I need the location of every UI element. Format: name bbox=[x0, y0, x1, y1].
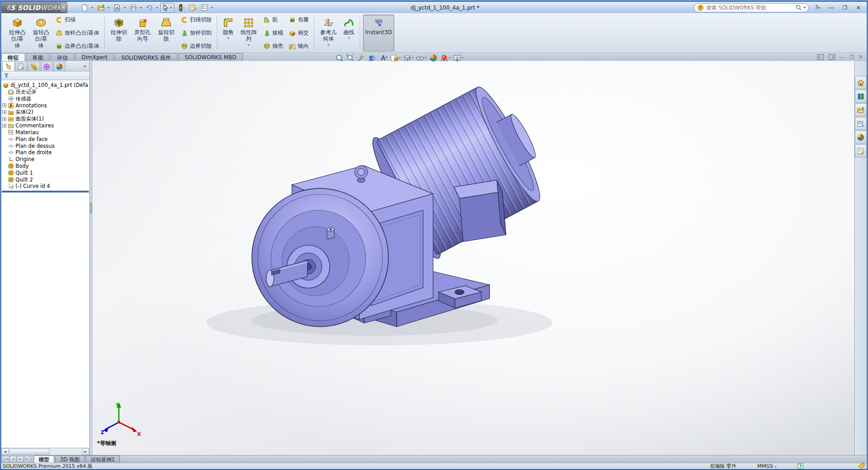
apply-scene-icon[interactable]: ▾ bbox=[439, 53, 451, 63]
boundary-cut-button[interactable]: 边界切除 bbox=[179, 42, 214, 51]
new-document-button[interactable] bbox=[79, 3, 90, 13]
custom-properties-icon[interactable] bbox=[855, 144, 867, 157]
fillet-dropdown-caret[interactable]: ▾ bbox=[227, 36, 229, 40]
propertymanager-tab[interactable] bbox=[15, 61, 27, 71]
section-view-icon[interactable] bbox=[368, 53, 377, 63]
doc-minimize-icon[interactable]: — bbox=[840, 54, 845, 60]
last-tab-button[interactable]: ►| bbox=[24, 456, 31, 462]
pattern-dropdown-caret[interactable]: ▾ bbox=[248, 43, 250, 47]
swept-boss-button[interactable]: 扫描 bbox=[53, 15, 102, 24]
home-icon[interactable] bbox=[855, 76, 867, 89]
tree-item-body[interactable]: Body bbox=[1, 163, 89, 170]
options-button[interactable] bbox=[199, 3, 210, 13]
doc-close-icon[interactable]: ✕ bbox=[858, 54, 863, 60]
expand-icon[interactable]: + bbox=[2, 124, 6, 128]
search-input[interactable] bbox=[705, 4, 793, 11]
scroll-thumb[interactable] bbox=[10, 449, 50, 455]
zoom-to-area-icon[interactable] bbox=[346, 53, 355, 63]
3d-views-tab[interactable]: 3D 视图 bbox=[55, 455, 85, 463]
extruded-cut-button[interactable]: 拉伸切除 bbox=[107, 15, 130, 51]
revolved-cut-button[interactable]: 旋转切除 bbox=[155, 15, 178, 51]
tab-evaluate[interactable]: 评估 bbox=[51, 53, 74, 61]
tree-item-quilt1[interactable]: Quilt 1 bbox=[1, 169, 89, 176]
tab-sketch[interactable]: 草图 bbox=[26, 53, 50, 61]
appearances-icon[interactable] bbox=[855, 131, 867, 144]
model-3d-view[interactable] bbox=[92, 61, 854, 455]
expand-icon[interactable]: + bbox=[2, 117, 6, 121]
restore-button[interactable]: ❐ bbox=[840, 4, 850, 12]
edit-appearance-icon[interactable] bbox=[429, 53, 438, 63]
help-button[interactable]: ?▾ bbox=[812, 3, 822, 12]
linear-pattern-button[interactable]: 线性阵列 ▾ bbox=[237, 15, 260, 51]
reference-geometry-button[interactable]: 参考几何体 ▾ bbox=[317, 15, 340, 51]
reorient-view-icon[interactable] bbox=[378, 53, 388, 63]
tree-item-surface-bodies[interactable]: +曲面实体(1) bbox=[1, 116, 89, 122]
close-button[interactable]: ✕ bbox=[853, 4, 863, 12]
tree-item-curve[interactable]: (-) Curve id 4 bbox=[1, 183, 89, 190]
tree-item-front-plane[interactable]: Plan de face bbox=[1, 136, 89, 142]
open-button[interactable] bbox=[96, 3, 107, 13]
logo-expand-arrow[interactable]: ▸ bbox=[61, 3, 66, 12]
view-orientation-icon[interactable]: ▾ bbox=[389, 53, 401, 63]
lofted-boss-button[interactable]: 放样凸台/基体 bbox=[53, 29, 102, 37]
displaymanager-tab[interactable] bbox=[53, 61, 66, 71]
split-right-icon[interactable] bbox=[828, 54, 835, 60]
tree-item-top-plane[interactable]: Plan de dessus bbox=[1, 142, 89, 149]
design-library-icon[interactable] bbox=[855, 90, 867, 103]
tree-item-history[interactable]: 历史记录 bbox=[1, 89, 89, 96]
split-left-icon[interactable] bbox=[817, 54, 824, 60]
revolved-boss-button[interactable]: 旋转凸台/基体 bbox=[30, 15, 52, 51]
hole-wizard-button[interactable]: 异型孔向导 bbox=[131, 15, 154, 51]
tree-filter-bar[interactable] bbox=[1, 71, 89, 80]
tab-dimxpert[interactable]: DimXpert bbox=[75, 53, 114, 61]
tree-item-annotations[interactable]: +Annotations bbox=[1, 102, 89, 109]
save-button[interactable] bbox=[112, 3, 123, 13]
mirror-button[interactable]: 镜向 bbox=[286, 42, 311, 51]
tab-addins[interactable]: SOLIDWORKS 插件 bbox=[115, 53, 177, 61]
quick-tips-icon[interactable]: ? bbox=[797, 463, 803, 469]
zoom-to-fit-icon[interactable] bbox=[335, 53, 344, 63]
tree-item-solid-bodies[interactable]: +实体(2) bbox=[1, 109, 89, 116]
configurationmanager-tab[interactable] bbox=[28, 61, 40, 71]
tree-item-origin[interactable]: Origine bbox=[1, 156, 89, 163]
dimxpertmanager-tab[interactable] bbox=[41, 61, 53, 71]
wrap-button[interactable]: 包覆 bbox=[286, 15, 311, 24]
next-tab-button[interactable]: ► bbox=[17, 456, 24, 462]
print-button[interactable] bbox=[128, 3, 139, 13]
doc-restore-icon[interactable]: ❐ bbox=[849, 54, 854, 60]
extruded-boss-button[interactable]: 拉伸凸台/基体 bbox=[6, 15, 29, 51]
featuremanager-tree-tab[interactable] bbox=[2, 61, 15, 71]
panel-tabs-overflow[interactable]: » bbox=[83, 63, 87, 69]
display-style-icon[interactable]: ▾ bbox=[403, 53, 414, 63]
tree-item-right-plane[interactable]: Plan de droite bbox=[1, 149, 89, 156]
expand-icon[interactable]: + bbox=[2, 103, 6, 107]
scroll-left-button[interactable]: ◄ bbox=[1, 448, 9, 455]
view-settings-icon[interactable]: ▾ bbox=[452, 53, 464, 63]
curves-dropdown-caret[interactable]: ▾ bbox=[348, 36, 350, 40]
file-properties-button[interactable] bbox=[187, 3, 198, 13]
tab-mbd[interactable]: SOLIDWORKS MBD bbox=[179, 53, 243, 61]
rib-button[interactable]: 筋 bbox=[261, 15, 286, 24]
tree-item-sensors[interactable]: 传感器 bbox=[1, 96, 89, 102]
model-tab[interactable]: 模型 bbox=[34, 455, 54, 463]
curves-button[interactable]: 曲线 ▾ bbox=[341, 15, 357, 51]
rollback-bar[interactable] bbox=[2, 191, 89, 192]
tree-item-material[interactable]: Materiau bbox=[1, 129, 89, 136]
units-selector[interactable]: MMGS▴ bbox=[757, 463, 776, 469]
tags-icon[interactable] bbox=[858, 463, 865, 469]
swept-cut-button[interactable]: 扫描切除 bbox=[179, 15, 214, 24]
undo-button[interactable] bbox=[144, 3, 155, 13]
panel-horizontal-scrollbar[interactable]: ◄ ► bbox=[1, 448, 89, 455]
minimize-button[interactable]: — bbox=[826, 4, 836, 12]
motion-study-tab[interactable]: 运动算例1 bbox=[86, 455, 120, 463]
shell-button[interactable]: 抽壳 bbox=[261, 42, 286, 51]
expand-icon[interactable]: + bbox=[2, 110, 6, 114]
draft-button[interactable]: 拔模 bbox=[261, 29, 286, 37]
tree-root-item[interactable]: dj_yctd_1_100_4a_1.prt (Défa bbox=[1, 82, 89, 89]
select-button[interactable]: ▾ bbox=[160, 3, 175, 13]
lofted-cut-button[interactable]: 放样切割 bbox=[179, 29, 214, 37]
refgeo-dropdown-caret[interactable]: ▾ bbox=[327, 43, 329, 47]
scroll-right-button[interactable]: ► bbox=[82, 448, 89, 455]
prev-tab-button[interactable]: ◄ bbox=[10, 456, 16, 462]
hide-show-items-icon[interactable]: ▾ bbox=[415, 53, 427, 63]
